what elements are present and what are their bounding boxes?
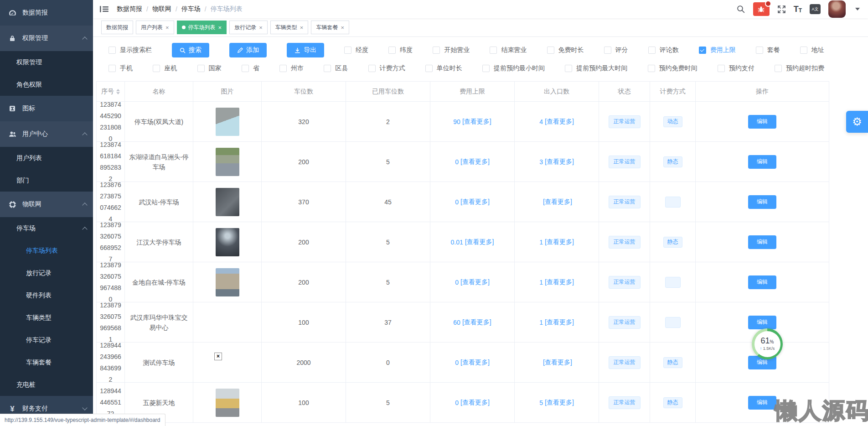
- font-size-icon[interactable]: TT: [794, 5, 802, 13]
- checkbox-min-advance-booking[interactable]: 提前预约最小时间: [482, 64, 545, 73]
- tab-user-list[interactable]: 用户列表×: [136, 21, 174, 34]
- checkbox-free-duration[interactable]: 免费时长: [547, 46, 584, 54]
- checkbox-latitude[interactable]: 纬度: [388, 46, 413, 54]
- gates-view-more-link[interactable]: [查看更多]: [545, 158, 574, 166]
- edit-button[interactable]: 编辑: [748, 155, 776, 169]
- parking-photo[interactable]: [216, 228, 239, 256]
- breadcrumb-item[interactable]: 物联网: [152, 5, 171, 13]
- checkbox-landline[interactable]: 座机: [153, 64, 177, 73]
- checkbox-longitude[interactable]: 经度: [344, 46, 368, 54]
- sidebar-item-charging-pile[interactable]: 充电桩: [0, 374, 93, 396]
- fee-view-more-link[interactable]: [查看更多]: [460, 399, 490, 407]
- gates-view-more-link[interactable]: [查看更多]: [543, 358, 572, 367]
- sidebar-item-iot[interactable]: 物联网: [0, 192, 93, 217]
- parking-photo[interactable]: [216, 148, 239, 176]
- edit-button[interactable]: 编辑: [748, 396, 776, 410]
- parking-photo[interactable]: [216, 389, 239, 417]
- fee-view-more-link[interactable]: [查看更多]: [460, 358, 490, 367]
- gates-view-more-link[interactable]: [查看更多]: [545, 278, 574, 286]
- checkbox-mobile[interactable]: 手机: [108, 64, 133, 73]
- parking-photo[interactable]: [216, 188, 239, 216]
- network-speed-widget[interactable]: 61% ↑ 1.5K/s: [752, 328, 783, 359]
- sidebar-item-parking-lot[interactable]: 停车场: [0, 217, 93, 239]
- checkbox-address[interactable]: 地址: [800, 46, 824, 54]
- parking-photo[interactable]: [216, 108, 239, 136]
- sidebar-item-parking-records[interactable]: 停车记录: [0, 329, 93, 351]
- edit-button[interactable]: 编辑: [748, 195, 776, 209]
- checkbox-unit-duration[interactable]: 单位时长: [425, 64, 462, 73]
- add-button[interactable]: 添加: [229, 43, 267, 57]
- sidebar-item-user-center[interactable]: 用户中心: [0, 121, 93, 147]
- checkbox-package[interactable]: 套餐: [756, 46, 780, 54]
- gates-view-more-link[interactable]: [查看更多]: [545, 238, 574, 246]
- sidebar-item-permission-management[interactable]: 权限管理: [0, 26, 93, 51]
- breadcrumb-item[interactable]: 数据简报: [117, 5, 142, 13]
- fee-view-more-link[interactable]: [查看更多]: [460, 198, 490, 206]
- breadcrumb-item[interactable]: 停车场: [181, 5, 201, 13]
- sidebar-item-permission-list[interactable]: 权限管理: [0, 51, 93, 73]
- close-icon[interactable]: ×: [165, 25, 169, 31]
- hamburger-icon[interactable]: [99, 5, 109, 13]
- avatar[interactable]: [828, 0, 846, 18]
- gates-view-more-link[interactable]: [查看更多]: [543, 198, 572, 206]
- checkbox-comment-count[interactable]: 评论数: [648, 46, 679, 54]
- close-icon[interactable]: ×: [300, 25, 304, 31]
- sidebar-item-parking-lot-list[interactable]: 停车场列表: [0, 239, 93, 262]
- sidebar-submenu-permissions: 权限管理 角色权限: [0, 51, 93, 96]
- close-icon[interactable]: ×: [218, 25, 222, 31]
- tab-dashboard[interactable]: 数据简报: [101, 21, 133, 34]
- export-button[interactable]: 导出: [287, 43, 324, 57]
- row-used: 5: [346, 383, 430, 423]
- error-log-bug-button[interactable]: [753, 2, 770, 16]
- sidebar-item-role-permission[interactable]: 角色权限: [0, 73, 93, 96]
- checkbox-booking-payment[interactable]: 预约支付: [718, 64, 754, 73]
- edit-button[interactable]: 编辑: [748, 275, 776, 289]
- sidebar-item-dashboard[interactable]: 数据简报: [0, 0, 93, 26]
- tab-vehicle-package[interactable]: 车辆套餐×: [311, 21, 349, 34]
- fee-view-more-link[interactable]: [查看更多]: [465, 238, 494, 246]
- tab-parking-lot-list[interactable]: 停车场列表×: [177, 21, 227, 34]
- fee-view-more-link[interactable]: [查看更多]: [460, 278, 490, 286]
- sidebar-item-vehicle-package[interactable]: 车辆套餐: [0, 351, 93, 374]
- sidebar-item-department[interactable]: 部门: [0, 169, 93, 192]
- checkbox-close-time[interactable]: 结束营业: [490, 46, 527, 54]
- checkbox-booking-free-time[interactable]: 预约免费时间: [648, 64, 698, 73]
- tab-release-records[interactable]: 放行记录×: [229, 21, 268, 34]
- fee-view-more-link[interactable]: [查看更多]: [462, 118, 491, 126]
- search-icon[interactable]: [736, 5, 745, 14]
- close-icon[interactable]: ×: [341, 25, 344, 31]
- checkbox-rating[interactable]: 评分: [604, 46, 628, 54]
- sidebar-item-hardware-list[interactable]: 硬件列表: [0, 284, 93, 307]
- gates-view-more-link[interactable]: [查看更多]: [545, 318, 574, 327]
- edit-button[interactable]: 编辑: [748, 115, 776, 129]
- edit-button[interactable]: 编辑: [748, 316, 776, 329]
- settings-panel-button[interactable]: ⚙: [846, 111, 868, 133]
- sidebar-item-vehicle-type[interactable]: 车辆类型: [0, 307, 93, 329]
- checkbox-city[interactable]: 州市: [279, 64, 304, 73]
- parking-photo[interactable]: [216, 268, 239, 296]
- checkbox-booking-overtime-fee[interactable]: 预约超时扣费: [775, 64, 824, 73]
- tab-vehicle-type[interactable]: 车辆类型×: [270, 21, 309, 34]
- checkbox-open-time[interactable]: 开始营业: [433, 46, 470, 54]
- checkbox-billing-method[interactable]: 计费方式: [368, 64, 405, 73]
- edit-button[interactable]: 编辑: [748, 235, 776, 249]
- checkbox-show-search-bar[interactable]: 显示搜索栏: [108, 46, 152, 54]
- checkbox-district[interactable]: 区县: [324, 64, 348, 73]
- checkbox-max-advance-booking[interactable]: 提前预约最大时间: [565, 64, 627, 73]
- checkbox-fee-cap[interactable]: 费用上限: [699, 46, 736, 54]
- sidebar-item-icons[interactable]: 图标: [0, 96, 93, 121]
- checkbox-country[interactable]: 国家: [197, 64, 222, 73]
- avatar-caret-down-icon[interactable]: [855, 8, 860, 10]
- fullscreen-icon[interactable]: [777, 5, 786, 14]
- checkbox-province[interactable]: 省: [242, 64, 259, 73]
- search-button[interactable]: 搜索: [172, 43, 209, 57]
- gates-view-more-link[interactable]: [查看更多]: [545, 118, 574, 126]
- i18n-language-icon[interactable]: A文: [810, 4, 821, 14]
- sidebar-item-user-list[interactable]: 用户列表: [0, 147, 93, 169]
- sidebar-item-release-records[interactable]: 放行记录: [0, 262, 93, 284]
- fee-view-more-link[interactable]: [查看更多]: [460, 158, 490, 166]
- gates-view-more-link[interactable]: [查看更多]: [545, 399, 574, 407]
- fee-view-more-link[interactable]: [查看更多]: [462, 318, 491, 327]
- close-icon[interactable]: ×: [259, 25, 263, 31]
- sort-carets-icon[interactable]: [116, 89, 120, 94]
